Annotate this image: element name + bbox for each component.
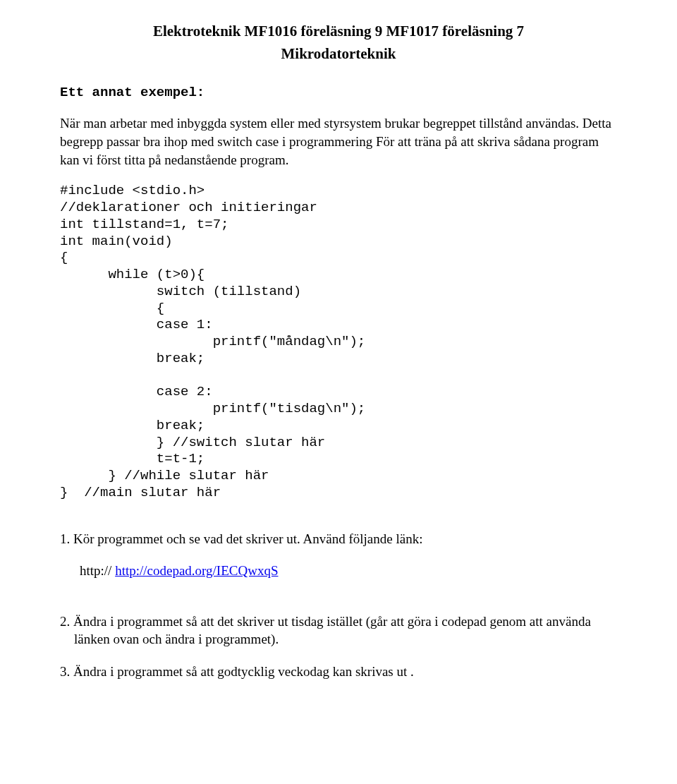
list-item-1-link-row: http:// http://codepad.org/IECQwxqS bbox=[80, 562, 617, 580]
list-item-1: 1. Kör programmet och se vad det skriver… bbox=[60, 530, 617, 548]
intro-paragraph: När man arbetar med inbyggda system elle… bbox=[60, 114, 617, 169]
code-block: #include <stdio.h> //deklarationer och i… bbox=[60, 183, 617, 501]
page-subtitle: Mikrodatorteknik bbox=[60, 44, 617, 64]
page-title: Elektroteknik MF1016 föreläsning 9 MF101… bbox=[60, 21, 617, 41]
codepad-link[interactable]: http://codepad.org/IECQwxqS bbox=[115, 563, 278, 578]
list-item-3: 3. Ändra i programmet så att godtycklig … bbox=[60, 663, 617, 681]
list-item-2: 2. Ändra i programmet så att det skriver… bbox=[60, 613, 617, 649]
example-label: Ett annat exempel: bbox=[60, 85, 205, 100]
url-prefix: http:// bbox=[80, 563, 115, 578]
